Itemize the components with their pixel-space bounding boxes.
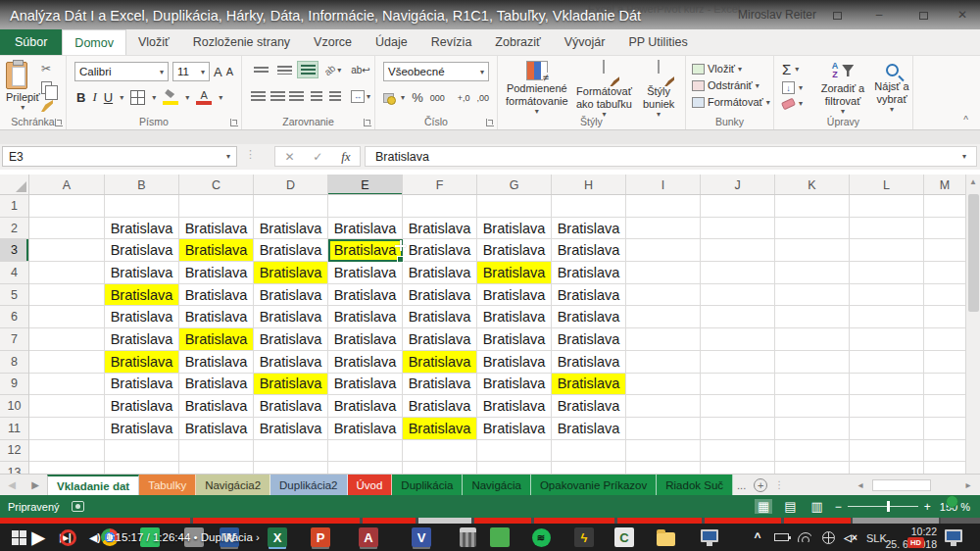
cell-K5[interactable]	[775, 284, 850, 307]
scroll-up-icon[interactable]: ▲	[966, 175, 980, 190]
increase-decimal-icon[interactable]: +,0	[458, 93, 470, 103]
cell-I4[interactable]	[626, 262, 701, 284]
cell-L4[interactable]	[850, 262, 924, 284]
cell-D1[interactable]	[254, 195, 328, 218]
cell-J3[interactable]	[701, 239, 775, 262]
ribbon-tab-údaje[interactable]: Údaje	[364, 29, 419, 55]
cell-G8[interactable]: Bratislava	[477, 351, 552, 374]
cell-J8[interactable]	[701, 351, 775, 374]
zoom-handle[interactable]	[887, 501, 890, 512]
insert-cells-button[interactable]: Vložiť▾	[692, 63, 773, 75]
sheet-tab-vkladanie-dat[interactable]: Vkladanie dat	[47, 475, 139, 495]
cell-I11[interactable]	[626, 418, 701, 440]
cell-C10[interactable]: Bratislava	[179, 395, 254, 418]
format-cells-button[interactable]: Formátovať▾	[692, 96, 773, 108]
cell-A2[interactable]	[29, 218, 105, 240]
cell-E12[interactable]	[328, 440, 403, 463]
cell-L8[interactable]	[850, 351, 924, 374]
align-center-icon[interactable]	[270, 87, 287, 105]
font-color-icon[interactable]: A	[196, 89, 212, 105]
cell-I10[interactable]	[626, 395, 701, 418]
opera-icon[interactable]	[57, 526, 78, 548]
cell-G4[interactable]: Bratislava	[477, 262, 552, 284]
cell-M9[interactable]	[924, 374, 965, 396]
cell-F6[interactable]: Bratislava	[403, 306, 477, 328]
column-header-F[interactable]: F	[403, 175, 477, 195]
cell-J9[interactable]	[701, 374, 775, 396]
cell-J2[interactable]	[701, 218, 775, 240]
cell-J12[interactable]	[701, 440, 775, 463]
cell-I5[interactable]	[626, 284, 701, 307]
cell-I6[interactable]	[626, 306, 701, 328]
ribbon-tab-pp-utilities[interactable]: PP Utilities	[616, 29, 699, 55]
cell-H13[interactable]	[552, 462, 626, 474]
app-icon-green[interactable]	[490, 527, 510, 547]
cell-styles-button[interactable]: Štýly buniek▾	[636, 61, 681, 119]
cell-L12[interactable]	[850, 440, 924, 463]
ribbon-tab-rozloženie-strany[interactable]: Rozloženie strany	[181, 29, 302, 55]
cell-J6[interactable]	[701, 306, 775, 328]
cell-C8[interactable]: Bratislava	[179, 351, 254, 374]
cell-C9[interactable]: Bratislava	[179, 374, 254, 396]
cell-A1[interactable]	[29, 195, 105, 218]
cell-B1[interactable]	[105, 195, 179, 218]
cell-G7[interactable]: Bratislava	[477, 328, 552, 351]
clear-button[interactable]: ▾	[782, 99, 803, 108]
row-header-9[interactable]: 9	[0, 374, 28, 396]
cell-B10[interactable]: Bratislava	[105, 395, 179, 418]
font-size-combo[interactable]: 11▾	[172, 62, 210, 81]
cell-D7[interactable]: Bratislava	[254, 328, 328, 351]
cell-M4[interactable]	[924, 262, 965, 284]
cell-A3[interactable]	[29, 239, 105, 262]
column-header-L[interactable]: L	[850, 175, 924, 195]
sheet-tab-riadok-suč[interactable]: Riadok Suč	[657, 475, 733, 495]
cell-E5[interactable]: Bratislava	[328, 284, 403, 307]
cell-J11[interactable]	[701, 418, 775, 440]
fill-color-icon[interactable]	[163, 89, 178, 105]
page-break-view-icon[interactable]: ▥	[808, 499, 825, 514]
vertical-scroll-thumb[interactable]	[968, 194, 979, 312]
cell-E3[interactable]: Bratislava	[328, 239, 403, 262]
speaker-muted-icon[interactable]: ◁×	[840, 526, 861, 548]
video-chapter[interactable]: Duplikácia	[201, 531, 253, 543]
cell-A11[interactable]	[29, 418, 105, 440]
cell-M8[interactable]	[924, 351, 965, 374]
cell-A6[interactable]	[29, 306, 105, 328]
cell-H3[interactable]: Bratislava	[552, 239, 626, 262]
restore-button[interactable]	[909, 6, 937, 24]
cell-L7[interactable]	[850, 328, 924, 351]
accounting-format-icon[interactable]	[383, 93, 394, 103]
copy-icon[interactable]	[41, 81, 52, 94]
add-sheet-button[interactable]: +	[750, 475, 771, 495]
cell-H1[interactable]	[552, 195, 626, 218]
cell-F4[interactable]: Bratislava	[403, 262, 477, 284]
decrease-indent-icon[interactable]	[308, 87, 325, 105]
row-header-13[interactable]: 13	[0, 462, 28, 474]
cell-C2[interactable]: Bratislava	[179, 218, 254, 240]
alignment-dialog-launcher[interactable]	[364, 119, 371, 126]
increase-indent-icon[interactable]	[326, 87, 344, 105]
ribbon-display-options-icon[interactable]	[823, 6, 851, 24]
row-header-12[interactable]: 12	[0, 440, 28, 463]
row-header-11[interactable]: 11	[0, 418, 28, 440]
formula-input[interactable]: Bratislava ▾	[365, 146, 977, 167]
cell-E9[interactable]: Bratislava	[328, 374, 403, 396]
cell-F8[interactable]: Bratislava	[403, 351, 477, 374]
sheet-tab-navigácia[interactable]: Navigácia	[463, 475, 531, 495]
cell-B5[interactable]: Bratislava	[105, 284, 179, 307]
cell-F5[interactable]: Bratislava	[403, 284, 477, 307]
ribbon-tab-vzorce[interactable]: Vzorce	[302, 29, 364, 55]
cell-K11[interactable]	[775, 418, 850, 440]
sheet-tab-opakovanie-príkazov[interactable]: Opakovanie Príkazov	[531, 475, 657, 495]
cell-J10[interactable]	[701, 395, 775, 418]
cell-H12[interactable]	[552, 440, 626, 463]
cell-G10[interactable]: Bratislava	[477, 395, 552, 418]
cell-C6[interactable]: Bratislava	[179, 306, 254, 328]
cell-A9[interactable]	[29, 374, 105, 396]
sheet-tab-tabulky[interactable]: Tabulky	[139, 475, 196, 495]
account-name[interactable]: Miroslav Reiter	[738, 8, 816, 22]
excel-icon[interactable]: X	[268, 527, 287, 547]
cell-M3[interactable]	[924, 239, 965, 262]
cell-C3[interactable]: Bratislava	[179, 239, 254, 262]
ribbon-tab-domov[interactable]: Domov	[62, 29, 126, 55]
